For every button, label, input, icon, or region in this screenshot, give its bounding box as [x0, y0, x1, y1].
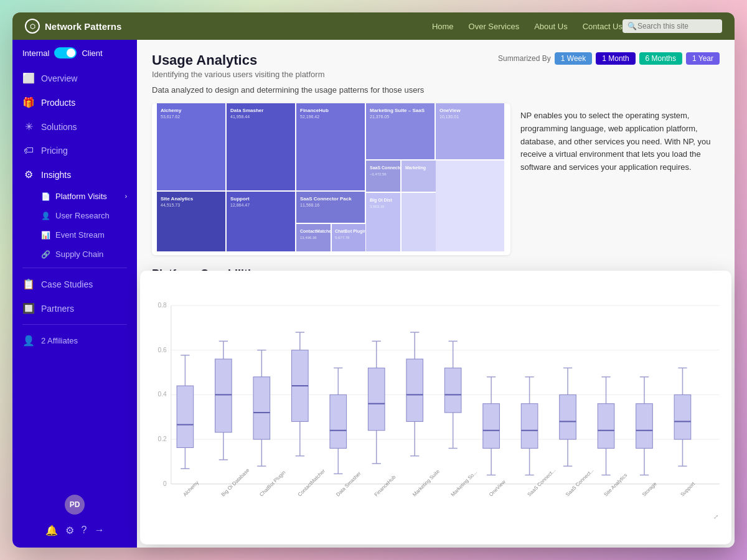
svg-text:ContactMatcher: ContactMatcher	[300, 229, 333, 233]
settings-icon[interactable]: ⚙	[65, 525, 74, 536]
svg-text:SaaS Connect...: SaaS Connect...	[527, 467, 557, 498]
sidebar-sub-label-user-research: User Research	[55, 211, 110, 220]
sidebar-sub-label-supply-chain: Supply Chain	[55, 250, 103, 259]
toggle-internal-label: Internal	[22, 49, 49, 58]
solutions-icon: ✳	[22, 121, 35, 133]
svg-text:–3,472.56: –3,472.56	[370, 172, 387, 176]
analytics-content-row: Alchemy 53,617.62 Data Smasher 41,958.44…	[152, 103, 720, 255]
svg-rect-38	[402, 193, 436, 251]
svg-text:ContactMatcher: ContactMatcher	[297, 468, 326, 497]
svg-text:0.6: 0.6	[157, 347, 167, 353]
analytics-subtitle: Identifying the various users visiting t…	[152, 70, 720, 79]
help-icon[interactable]: ?	[82, 525, 87, 536]
nav-over-services[interactable]: Over Services	[469, 22, 520, 31]
brand-icon: ⬡	[25, 19, 40, 34]
view-toggle[interactable]	[54, 47, 77, 58]
svg-rect-133	[674, 394, 691, 439]
svg-text:SaaS Connector Pack: SaaS Connector Pack	[300, 196, 352, 202]
svg-rect-55	[177, 386, 194, 447]
sidebar-item-pricing[interactable]: 🏷 Pricing	[12, 139, 137, 162]
svg-text:44,515.73: 44,515.73	[161, 203, 180, 207]
svg-rect-109	[521, 404, 538, 449]
sidebar-item-affiliates[interactable]: 👤 2 Affiliates	[12, 329, 137, 353]
sidebar: Internal Client ⬜ Overview 🎁 Products ✳ …	[12, 40, 137, 548]
svg-text:Storage: Storage	[641, 481, 658, 498]
svg-text:FinanceHub: FinanceHub	[300, 108, 329, 113]
time-btn-month[interactable]: 1 Month	[596, 52, 635, 65]
sidebar-item-event-stream[interactable]: 📊 Event Stream	[12, 225, 137, 245]
partners-icon: 🔲	[22, 302, 35, 314]
summarize-bar: Summarized By 1 Week 1 Month 6 Months 1 …	[498, 52, 720, 65]
nav-about-us[interactable]: About Us	[534, 22, 567, 31]
svg-text:11,568.16: 11,568.16	[300, 203, 319, 207]
search-input[interactable]	[622, 19, 722, 33]
svg-text:OneView: OneView	[439, 108, 461, 113]
svg-text:Marketing: Marketing	[405, 166, 426, 170]
box-plot-overlay: 0.8 0.6 0.4 0.2 0 Alchemy	[140, 271, 731, 544]
sidebar-item-case-studies[interactable]: 📋 Case Studies	[12, 272, 137, 296]
treemap-svg: Alchemy 53,617.62 Data Smasher 41,958.44…	[152, 103, 510, 253]
sidebar-item-label-case-studies: Case Studies	[41, 279, 93, 289]
box-plot-financehub: FinanceHub	[368, 341, 397, 497]
supply-chain-icon: 🔗	[41, 250, 50, 259]
svg-text:Data Smasher: Data Smasher	[230, 108, 263, 113]
svg-rect-39	[436, 161, 504, 251]
svg-text:Big Oi Dist: Big Oi Dist	[370, 198, 392, 203]
time-btn-week[interactable]: 1 Week	[555, 52, 592, 65]
svg-text:Big Oi Database: Big Oi Database	[220, 467, 251, 498]
products-icon: 🎁	[22, 96, 35, 108]
svg-text:Support: Support	[680, 481, 697, 498]
svg-text:41,958.44: 41,958.44	[230, 114, 250, 119]
svg-text:Site Analytics: Site Analytics	[161, 196, 194, 202]
svg-text:3,563.16: 3,563.16	[370, 205, 385, 208]
top-nav: ⬡ Network Patterns Home Over Services Ab…	[12, 12, 735, 40]
time-btn-year[interactable]: 1 Year	[686, 52, 720, 65]
box-plot-alchemy: Alchemy	[177, 355, 200, 498]
info-text: NP enables you to select the operating s…	[520, 110, 720, 174]
time-btn-6months[interactable]: 6 Months	[639, 52, 682, 65]
sidebar-item-supply-chain[interactable]: 🔗 Supply Chain	[12, 245, 137, 264]
sidebar-item-platform-visits[interactable]: 📄 Platform Visits ›	[12, 187, 137, 206]
sidebar-divider-2	[22, 324, 127, 325]
logout-icon[interactable]: →	[94, 525, 104, 536]
overview-icon: ⬜	[22, 72, 35, 84]
treemap-container: Alchemy 53,617.62 Data Smasher 41,958.44…	[152, 103, 510, 255]
box-plot-contactmatcher: ContactMatcher	[291, 332, 326, 498]
svg-rect-115	[560, 394, 576, 439]
affiliates-icon: 👤	[22, 335, 35, 347]
notifications-icon[interactable]: 🔔	[45, 525, 58, 536]
svg-text:SaaS Connect...: SaaS Connect...	[565, 467, 595, 498]
insights-icon: ⚙	[22, 169, 35, 180]
svg-rect-67	[253, 377, 270, 439]
svg-text:12,864.47: 12,864.47	[230, 203, 250, 207]
sidebar-item-user-research[interactable]: 👤 User Research	[12, 206, 137, 225]
sidebar-item-solutions[interactable]: ✳ Solutions	[12, 114, 137, 139]
user-research-icon: 👤	[41, 212, 50, 220]
box-plot-support: Support	[674, 368, 697, 497]
svg-text:13,496.36: 13,496.36	[300, 236, 317, 240]
svg-text:10,130.01: 10,130.01	[439, 114, 459, 119]
svg-text:Alchemy: Alchemy	[182, 480, 200, 498]
sidebar-item-products[interactable]: 🎁 Products	[12, 90, 137, 114]
sidebar-toggle: Internal Client	[12, 40, 137, 66]
sidebar-item-overview[interactable]: ⬜ Overview	[12, 66, 137, 90]
box-plot-saas2: SaaS Connect...	[560, 368, 595, 497]
sidebar-sub-label-platform-visits: Platform Visits	[55, 192, 107, 201]
svg-text:0.8: 0.8	[157, 302, 167, 309]
sidebar-sub-label-event-stream: Event Stream	[55, 230, 105, 240]
search-wrap: 🔍	[622, 19, 722, 33]
platform-visits-icon: 📄	[41, 192, 50, 201]
nav-home[interactable]: Home	[432, 22, 454, 31]
brand-name: Network Patterns	[45, 21, 121, 32]
svg-rect-85	[368, 368, 385, 430]
box-plot-chatbot: ChatBot Plugin	[253, 350, 287, 498]
sidebar-item-insights[interactable]: ⚙ Insights	[12, 162, 137, 187]
nav-contact-us[interactable]: Contact Us	[583, 22, 622, 31]
svg-text:⤢: ⤢	[713, 513, 718, 520]
summarize-label: Summarized By	[498, 54, 551, 63]
sidebar-item-partners[interactable]: 🔲 Partners	[12, 296, 137, 320]
sidebar-item-label-affiliates: 2 Affiliates	[41, 336, 78, 345]
svg-rect-91	[406, 359, 423, 421]
avatar[interactable]: PD	[65, 495, 85, 515]
sidebar-item-label-pricing: Pricing	[41, 146, 68, 156]
